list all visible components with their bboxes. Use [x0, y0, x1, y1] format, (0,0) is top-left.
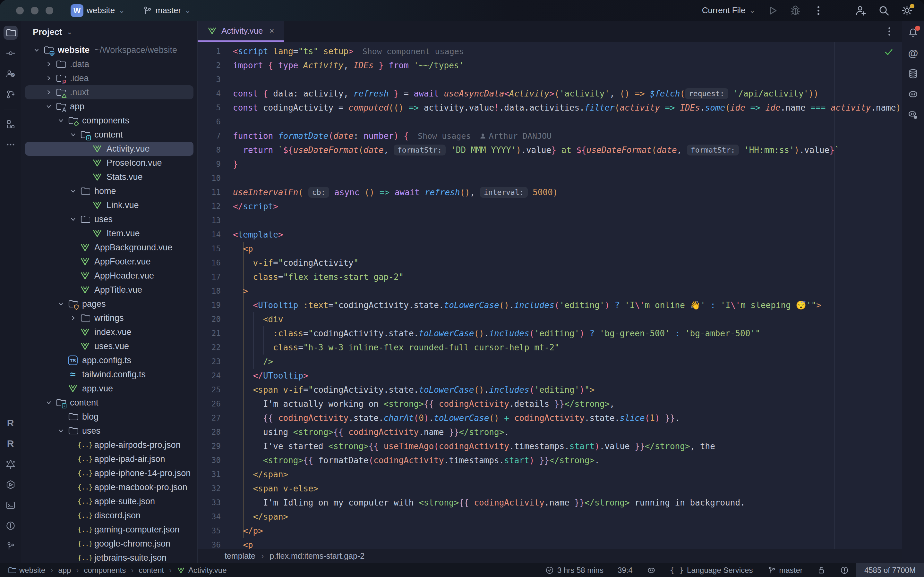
chevron-down-icon[interactable]	[57, 299, 67, 309]
tree-item-apple-ipad-air-json[interactable]: {..}apple-ipad-air.json	[25, 452, 194, 466]
r-console-icon[interactable]: R	[3, 416, 18, 430]
chevron-down-icon[interactable]	[44, 398, 55, 408]
code-line-19[interactable]: 19 <UTooltip :text="codingActivity.state…	[198, 298, 902, 312]
services-icon[interactable]	[3, 478, 18, 492]
code-line-12[interactable]: 12</script>	[198, 199, 902, 213]
tree-item--idea[interactable]: .idea	[25, 71, 194, 85]
status-path-item[interactable]: Activity.vue	[177, 566, 227, 575]
close-window-icon[interactable]	[16, 7, 24, 15]
minimize-window-icon[interactable]	[31, 7, 39, 15]
wakatime-widget[interactable]: 3 hrs 58 mins	[538, 563, 611, 577]
code-line-9[interactable]: 9}	[198, 157, 902, 171]
tree-item-uses[interactable]: uses	[25, 424, 194, 438]
code-line-34[interactable]: 34 </span>	[198, 510, 902, 524]
git-icon[interactable]	[3, 539, 18, 553]
tree-item-appheader-vue[interactable]: AppHeader.vue	[25, 269, 194, 283]
chevron-right-icon[interactable]	[44, 87, 55, 97]
tree-item-jetbrains-suite-json[interactable]: {..}jetbrains-suite.json	[25, 551, 194, 563]
tree-item-writings[interactable]: writings	[25, 311, 194, 325]
code-line-1[interactable]: 1<script lang="ts" setup>Show component …	[198, 44, 902, 58]
chevron-down-icon[interactable]	[69, 186, 79, 196]
structure-icon[interactable]	[3, 117, 18, 131]
problems-icon[interactable]	[3, 519, 18, 533]
code-line-4[interactable]: 4const { data: activity, refresh } = awa…	[198, 87, 902, 101]
debug-button[interactable]	[789, 5, 801, 17]
problems-widget[interactable]	[833, 563, 856, 577]
r-packages-icon[interactable]: R	[3, 437, 18, 451]
status-path-item[interactable]: website	[8, 566, 45, 575]
code-line-27[interactable]: 27 {{ codingActivity.state.charAt(0).toL…	[198, 411, 902, 425]
notifications-bell-icon[interactable]	[907, 26, 919, 39]
code-line-20[interactable]: 20 <div	[198, 312, 902, 326]
graphql-icon[interactable]	[3, 457, 18, 471]
code-line-21[interactable]: 21 :class="codingActivity.state.toLowerC…	[198, 326, 902, 340]
breadcrumb-item[interactable]: p.flex.md:items-start.gap-2	[270, 551, 365, 561]
tree-item-apptitle-vue[interactable]: AppTitle.vue	[25, 283, 194, 297]
tree-item-blog[interactable]: blog	[25, 410, 194, 424]
tree-item-apple-airpods-pro-json[interactable]: {..}apple-airpods-pro.json	[25, 438, 194, 452]
tab-activity-vue[interactable]: Activity.vue ×	[198, 21, 284, 42]
code-vision-hint[interactable]: Show component usages	[363, 47, 464, 56]
tree-item-apple-suite-json[interactable]: {..}apple-suite.json	[25, 494, 194, 508]
copilot-status-icon[interactable]	[640, 563, 663, 577]
tree-item-app[interactable]: app	[25, 99, 194, 113]
tree-item-app-vue[interactable]: app.vue	[25, 382, 194, 396]
git-branch-widget[interactable]: master	[760, 563, 810, 577]
code-line-25[interactable]: 25 <span v-if="codingActivity.state.toLo…	[198, 383, 902, 397]
tree-item-website[interactable]: website~/Workspace/website	[25, 43, 194, 57]
code-author-hint[interactable]: Arthur DANJOU	[479, 131, 551, 141]
code-line-30[interactable]: 30 <strong>{{ formatDate(codingActivity.…	[198, 453, 902, 467]
code-line-6[interactable]: 6	[198, 115, 902, 129]
project-folder-icon[interactable]	[3, 26, 18, 40]
code-line-15[interactable]: 15 <p	[198, 242, 902, 256]
code-line-10[interactable]: 10	[198, 171, 902, 185]
code-line-11[interactable]: 11useIntervalFn( cb: async () => await r…	[198, 185, 902, 199]
code-editor[interactable]: 1<script lang="ts" setup>Show component …	[198, 42, 902, 549]
tree-item-appfooter-vue[interactable]: AppFooter.vue	[25, 255, 194, 269]
tree-item-tailwind-config-ts[interactable]: ≈tailwind.config.ts	[25, 367, 194, 382]
project-panel-header[interactable]: Project ⌄	[21, 21, 197, 43]
tree-item-content[interactable]: content	[25, 396, 194, 410]
chevron-down-icon[interactable]	[69, 214, 79, 224]
code-line-29[interactable]: 29 I've started <strong>{{ useTimeAgo(co…	[198, 439, 902, 453]
tree-item-uses-vue[interactable]: uses.vue	[25, 339, 194, 353]
ai-assistant-icon[interactable]: @	[907, 47, 919, 60]
tree-item-gaming-computer-json[interactable]: {..}gaming-computer.json	[25, 522, 194, 537]
tree-item-activity-vue[interactable]: Activity.vue	[25, 142, 194, 156]
tree-item-appbackground-vue[interactable]: AppBackground.vue	[25, 240, 194, 255]
more-icon[interactable]	[3, 137, 18, 152]
tree-item-pages[interactable]: pages	[25, 297, 194, 311]
code-vision-hint[interactable]: Show usages	[418, 131, 471, 141]
zoom-window-icon[interactable]	[45, 7, 53, 15]
tree-item-apple-macbook-pro-json[interactable]: {..}apple-macbook-pro.json	[25, 480, 194, 494]
tree-item--nuxt[interactable]: .nuxt	[25, 85, 194, 99]
tree-item-item-vue[interactable]: Item.vue	[25, 226, 194, 240]
memory-indicator[interactable]: 4585 of 7700M	[856, 563, 924, 577]
chevron-down-icon[interactable]	[44, 102, 55, 111]
code-line-32[interactable]: 32 <span v-else>	[198, 482, 902, 496]
tree-item-apple-iphone-14-pro-json[interactable]: {..}apple-iphone-14-pro.json	[25, 466, 194, 480]
chevron-right-icon[interactable]	[44, 59, 55, 69]
chevron-right-icon[interactable]	[69, 313, 79, 323]
code-line-23[interactable]: 23 />	[198, 355, 902, 369]
tree-item-stats-vue[interactable]: Stats.vue	[25, 170, 194, 184]
tree-item-uses[interactable]: uses	[25, 212, 194, 226]
code-line-22[interactable]: 22 class="h-3 w-3 inline-flex rounded-fu…	[198, 340, 902, 355]
tree-item-google-chrome-json[interactable]: {..}google-chrome.json	[25, 537, 194, 551]
window-controls[interactable]	[16, 7, 53, 15]
caret-position-widget[interactable]: 39:4	[611, 563, 640, 577]
commit-icon[interactable]	[3, 46, 18, 60]
database-icon[interactable]	[907, 67, 919, 80]
vcs-widget[interactable]: master ⌄	[142, 5, 191, 16]
run-button[interactable]	[766, 5, 779, 17]
code-line-14[interactable]: 14<template>	[198, 227, 902, 242]
pull-requests-icon[interactable]	[3, 67, 18, 81]
run-config-selector[interactable]: Current File ⌄	[702, 5, 755, 15]
code-line-18[interactable]: 18 >	[198, 284, 902, 298]
tree-item-discord-json[interactable]: {..}discord.json	[25, 508, 194, 522]
tree-item--data[interactable]: .data	[25, 57, 194, 71]
tree-item-content[interactable]: content	[25, 127, 194, 142]
code-line-33[interactable]: 33 I'm Idling on my computer with <stron…	[198, 496, 902, 510]
chevron-down-icon[interactable]	[57, 116, 67, 125]
code-line-16[interactable]: 16 v-if="codingActivity"	[198, 256, 902, 270]
